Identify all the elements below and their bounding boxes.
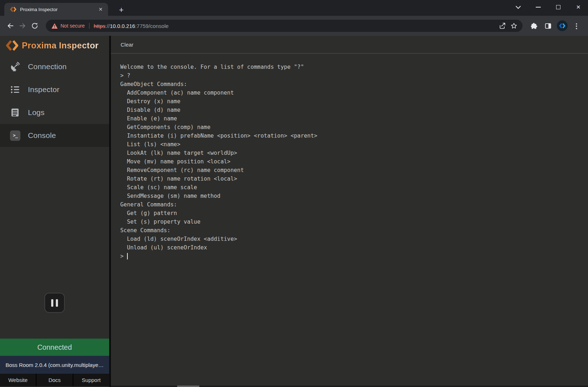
- profile-avatar[interactable]: [556, 20, 568, 32]
- console-prompt-line[interactable]: >: [120, 252, 584, 261]
- avatar-diamond-icon: [557, 20, 568, 31]
- sidebar-item-connection[interactable]: Connection: [0, 55, 109, 78]
- list-icon: [10, 85, 23, 95]
- footer-link-support[interactable]: Support: [73, 374, 109, 386]
- scrollbar-thumb[interactable]: [177, 386, 199, 387]
- minimize-button[interactable]: [533, 0, 544, 14]
- page-content: Proxima Inspector Connection: [0, 36, 588, 387]
- new-tab-button[interactable]: +: [116, 5, 127, 16]
- text-cursor: [127, 253, 128, 259]
- sidebar-item-label: Logs: [28, 108, 44, 117]
- project-info-row: Boss Room 2.0.4 (com.unity.multiplaye…: [0, 356, 109, 374]
- maximize-button[interactable]: [553, 0, 564, 14]
- document-lines-icon: [10, 108, 23, 118]
- prompt-glyph: >: [120, 252, 123, 261]
- app-title: Proxima Inspector: [22, 40, 99, 51]
- url-text[interactable]: https://10.0.0.216:7759/console: [94, 23, 169, 29]
- sidebar-item-label: Connection: [28, 62, 67, 71]
- horizontal-scrollbar[interactable]: [111, 386, 588, 387]
- back-button[interactable]: [4, 20, 16, 32]
- share-icon[interactable]: [497, 20, 508, 32]
- extensions-puzzle-icon[interactable]: [528, 20, 540, 32]
- satellite-dish-icon: [10, 62, 23, 72]
- console-header: Clear: [111, 36, 588, 54]
- proxima-favicon-icon: [10, 6, 16, 13]
- address-bar[interactable]: Not secure https://10.0.0.216:7759/conso…: [46, 20, 523, 32]
- tab-title: Proxima Inspector: [20, 7, 97, 12]
- forward-button[interactable]: [16, 20, 29, 32]
- bookmark-star-icon[interactable]: [508, 20, 520, 32]
- app-logo-row: Proxima Inspector: [0, 36, 109, 55]
- sidebar-item-label: Console: [28, 131, 56, 140]
- footer-link-docs[interactable]: Docs: [37, 374, 72, 386]
- url-separator: ://: [105, 23, 110, 29]
- terminal-icon: >_: [10, 130, 23, 141]
- tab-search-chevron-icon[interactable]: [513, 0, 524, 14]
- status-label: Connected: [37, 343, 72, 352]
- sidebar-item-inspector[interactable]: Inspector: [0, 78, 109, 101]
- tab-close-icon[interactable]: ✕: [97, 5, 105, 13]
- url-scheme: https: [94, 23, 106, 29]
- reload-button[interactable]: [29, 20, 41, 32]
- browser-window: Proxima Inspector ✕ + ✕: [0, 0, 588, 387]
- tab-strip: Proxima Inspector ✕ + ✕: [0, 0, 588, 16]
- browser-tab[interactable]: Proxima Inspector ✕: [4, 3, 108, 16]
- proxima-logo-icon: [6, 39, 18, 52]
- sidebar-item-console[interactable]: >_ Console: [0, 124, 109, 147]
- omnibox-divider: [89, 23, 89, 29]
- sidebar-item-label: Inspector: [28, 85, 59, 94]
- window-controls: ✕: [504, 0, 584, 14]
- toolbar-icons: ⋮: [528, 20, 585, 32]
- console-output-area[interactable]: Welcome to the console. For a list of co…: [111, 54, 588, 387]
- pause-icon: [51, 299, 53, 307]
- sidebar: Proxima Inspector Connection: [0, 36, 111, 387]
- console-panel: Clear Welcome to the console. For a list…: [111, 36, 588, 387]
- sidebar-item-logs[interactable]: Logs: [0, 101, 109, 124]
- url-path: :7759/console: [135, 23, 169, 29]
- not-secure-label[interactable]: Not secure: [60, 23, 85, 29]
- connection-status-banner: Connected: [0, 339, 109, 356]
- menu-dots-icon[interactable]: ⋮: [570, 20, 583, 32]
- console-output: Welcome to the console. For a list of co…: [120, 63, 584, 252]
- browser-toolbar: Not secure https://10.0.0.216:7759/conso…: [0, 16, 588, 36]
- window-close-button[interactable]: ✕: [573, 0, 584, 14]
- project-label: Boss Room 2.0.4 (com.unity.multiplaye…: [6, 362, 104, 368]
- side-panel-icon[interactable]: [542, 20, 554, 32]
- footer-link-website[interactable]: Website: [0, 374, 36, 386]
- clear-button[interactable]: Clear: [121, 42, 133, 48]
- pause-button[interactable]: [44, 293, 65, 313]
- sidebar-footer: Website Docs Support: [0, 374, 109, 386]
- warning-icon: [52, 23, 58, 29]
- url-host: 10.0.0.216: [110, 23, 135, 29]
